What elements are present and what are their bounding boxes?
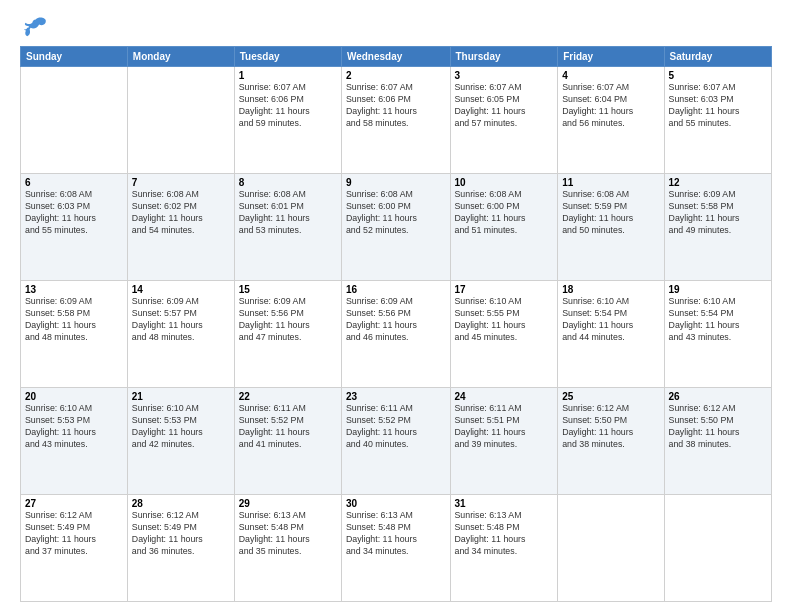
day-number: 12 — [669, 177, 767, 188]
calendar-cell: 29Sunrise: 6:13 AM Sunset: 5:48 PM Dayli… — [234, 495, 341, 602]
calendar-cell: 11Sunrise: 6:08 AM Sunset: 5:59 PM Dayli… — [558, 174, 664, 281]
calendar-cell: 4Sunrise: 6:07 AM Sunset: 6:04 PM Daylig… — [558, 67, 664, 174]
calendar-cell: 14Sunrise: 6:09 AM Sunset: 5:57 PM Dayli… — [127, 281, 234, 388]
calendar-cell: 31Sunrise: 6:13 AM Sunset: 5:48 PM Dayli… — [450, 495, 558, 602]
calendar-cell: 20Sunrise: 6:10 AM Sunset: 5:53 PM Dayli… — [21, 388, 128, 495]
calendar-cell: 16Sunrise: 6:09 AM Sunset: 5:56 PM Dayli… — [341, 281, 450, 388]
calendar-cell — [21, 67, 128, 174]
calendar-cell: 30Sunrise: 6:13 AM Sunset: 5:48 PM Dayli… — [341, 495, 450, 602]
day-number: 10 — [455, 177, 554, 188]
day-header-tuesday: Tuesday — [234, 47, 341, 67]
day-info: Sunrise: 6:10 AM Sunset: 5:54 PM Dayligh… — [562, 296, 659, 344]
day-number: 5 — [669, 70, 767, 81]
day-info: Sunrise: 6:11 AM Sunset: 5:52 PM Dayligh… — [346, 403, 446, 451]
day-info: Sunrise: 6:07 AM Sunset: 6:04 PM Dayligh… — [562, 82, 659, 130]
calendar-cell: 18Sunrise: 6:10 AM Sunset: 5:54 PM Dayli… — [558, 281, 664, 388]
day-number: 7 — [132, 177, 230, 188]
day-info: Sunrise: 6:11 AM Sunset: 5:51 PM Dayligh… — [455, 403, 554, 451]
day-number: 9 — [346, 177, 446, 188]
day-number: 19 — [669, 284, 767, 295]
day-number: 13 — [25, 284, 123, 295]
calendar-cell: 3Sunrise: 6:07 AM Sunset: 6:05 PM Daylig… — [450, 67, 558, 174]
day-info: Sunrise: 6:09 AM Sunset: 5:56 PM Dayligh… — [346, 296, 446, 344]
calendar-cell — [664, 495, 771, 602]
calendar-cell: 28Sunrise: 6:12 AM Sunset: 5:49 PM Dayli… — [127, 495, 234, 602]
header — [20, 16, 772, 38]
day-number: 23 — [346, 391, 446, 402]
calendar-cell: 8Sunrise: 6:08 AM Sunset: 6:01 PM Daylig… — [234, 174, 341, 281]
day-info: Sunrise: 6:12 AM Sunset: 5:49 PM Dayligh… — [25, 510, 123, 558]
day-number: 21 — [132, 391, 230, 402]
day-number: 22 — [239, 391, 337, 402]
day-info: Sunrise: 6:12 AM Sunset: 5:49 PM Dayligh… — [132, 510, 230, 558]
day-info: Sunrise: 6:07 AM Sunset: 6:06 PM Dayligh… — [239, 82, 337, 130]
day-info: Sunrise: 6:09 AM Sunset: 5:57 PM Dayligh… — [132, 296, 230, 344]
logo — [20, 16, 52, 38]
calendar-cell: 17Sunrise: 6:10 AM Sunset: 5:55 PM Dayli… — [450, 281, 558, 388]
calendar-cell: 10Sunrise: 6:08 AM Sunset: 6:00 PM Dayli… — [450, 174, 558, 281]
day-number: 2 — [346, 70, 446, 81]
logo-icon — [20, 16, 48, 38]
day-number: 31 — [455, 498, 554, 509]
day-header-sunday: Sunday — [21, 47, 128, 67]
day-info: Sunrise: 6:13 AM Sunset: 5:48 PM Dayligh… — [346, 510, 446, 558]
day-info: Sunrise: 6:08 AM Sunset: 6:01 PM Dayligh… — [239, 189, 337, 237]
calendar-cell: 27Sunrise: 6:12 AM Sunset: 5:49 PM Dayli… — [21, 495, 128, 602]
calendar-cell: 9Sunrise: 6:08 AM Sunset: 6:00 PM Daylig… — [341, 174, 450, 281]
calendar-cell: 22Sunrise: 6:11 AM Sunset: 5:52 PM Dayli… — [234, 388, 341, 495]
day-info: Sunrise: 6:09 AM Sunset: 5:58 PM Dayligh… — [669, 189, 767, 237]
calendar-week-1: 1Sunrise: 6:07 AM Sunset: 6:06 PM Daylig… — [21, 67, 772, 174]
calendar-cell: 15Sunrise: 6:09 AM Sunset: 5:56 PM Dayli… — [234, 281, 341, 388]
day-info: Sunrise: 6:12 AM Sunset: 5:50 PM Dayligh… — [562, 403, 659, 451]
day-number: 14 — [132, 284, 230, 295]
calendar-cell: 13Sunrise: 6:09 AM Sunset: 5:58 PM Dayli… — [21, 281, 128, 388]
day-header-wednesday: Wednesday — [341, 47, 450, 67]
day-number: 28 — [132, 498, 230, 509]
calendar-week-4: 20Sunrise: 6:10 AM Sunset: 5:53 PM Dayli… — [21, 388, 772, 495]
calendar-week-5: 27Sunrise: 6:12 AM Sunset: 5:49 PM Dayli… — [21, 495, 772, 602]
calendar-cell: 2Sunrise: 6:07 AM Sunset: 6:06 PM Daylig… — [341, 67, 450, 174]
day-info: Sunrise: 6:10 AM Sunset: 5:53 PM Dayligh… — [25, 403, 123, 451]
day-info: Sunrise: 6:09 AM Sunset: 5:58 PM Dayligh… — [25, 296, 123, 344]
calendar-table: SundayMondayTuesdayWednesdayThursdayFrid… — [20, 46, 772, 602]
day-number: 26 — [669, 391, 767, 402]
day-info: Sunrise: 6:08 AM Sunset: 6:03 PM Dayligh… — [25, 189, 123, 237]
day-number: 11 — [562, 177, 659, 188]
day-number: 30 — [346, 498, 446, 509]
day-number: 27 — [25, 498, 123, 509]
calendar-cell — [558, 495, 664, 602]
day-number: 24 — [455, 391, 554, 402]
calendar-cell: 19Sunrise: 6:10 AM Sunset: 5:54 PM Dayli… — [664, 281, 771, 388]
day-number: 4 — [562, 70, 659, 81]
calendar-cell — [127, 67, 234, 174]
calendar-cell: 5Sunrise: 6:07 AM Sunset: 6:03 PM Daylig… — [664, 67, 771, 174]
calendar-cell: 24Sunrise: 6:11 AM Sunset: 5:51 PM Dayli… — [450, 388, 558, 495]
day-info: Sunrise: 6:08 AM Sunset: 6:00 PM Dayligh… — [346, 189, 446, 237]
day-header-friday: Friday — [558, 47, 664, 67]
day-number: 3 — [455, 70, 554, 81]
day-info: Sunrise: 6:11 AM Sunset: 5:52 PM Dayligh… — [239, 403, 337, 451]
day-number: 20 — [25, 391, 123, 402]
day-info: Sunrise: 6:13 AM Sunset: 5:48 PM Dayligh… — [455, 510, 554, 558]
day-number: 17 — [455, 284, 554, 295]
calendar-cell: 23Sunrise: 6:11 AM Sunset: 5:52 PM Dayli… — [341, 388, 450, 495]
calendar-cell: 25Sunrise: 6:12 AM Sunset: 5:50 PM Dayli… — [558, 388, 664, 495]
day-info: Sunrise: 6:08 AM Sunset: 6:02 PM Dayligh… — [132, 189, 230, 237]
calendar-cell: 21Sunrise: 6:10 AM Sunset: 5:53 PM Dayli… — [127, 388, 234, 495]
calendar-week-2: 6Sunrise: 6:08 AM Sunset: 6:03 PM Daylig… — [21, 174, 772, 281]
day-info: Sunrise: 6:10 AM Sunset: 5:53 PM Dayligh… — [132, 403, 230, 451]
day-info: Sunrise: 6:07 AM Sunset: 6:03 PM Dayligh… — [669, 82, 767, 130]
day-info: Sunrise: 6:09 AM Sunset: 5:56 PM Dayligh… — [239, 296, 337, 344]
page: SundayMondayTuesdayWednesdayThursdayFrid… — [0, 0, 792, 612]
day-info: Sunrise: 6:12 AM Sunset: 5:50 PM Dayligh… — [669, 403, 767, 451]
day-number: 18 — [562, 284, 659, 295]
calendar-cell: 7Sunrise: 6:08 AM Sunset: 6:02 PM Daylig… — [127, 174, 234, 281]
day-info: Sunrise: 6:07 AM Sunset: 6:05 PM Dayligh… — [455, 82, 554, 130]
day-info: Sunrise: 6:10 AM Sunset: 5:54 PM Dayligh… — [669, 296, 767, 344]
calendar-header-row: SundayMondayTuesdayWednesdayThursdayFrid… — [21, 47, 772, 67]
calendar-cell: 6Sunrise: 6:08 AM Sunset: 6:03 PM Daylig… — [21, 174, 128, 281]
day-info: Sunrise: 6:13 AM Sunset: 5:48 PM Dayligh… — [239, 510, 337, 558]
calendar-cell: 26Sunrise: 6:12 AM Sunset: 5:50 PM Dayli… — [664, 388, 771, 495]
day-info: Sunrise: 6:08 AM Sunset: 6:00 PM Dayligh… — [455, 189, 554, 237]
day-number: 16 — [346, 284, 446, 295]
